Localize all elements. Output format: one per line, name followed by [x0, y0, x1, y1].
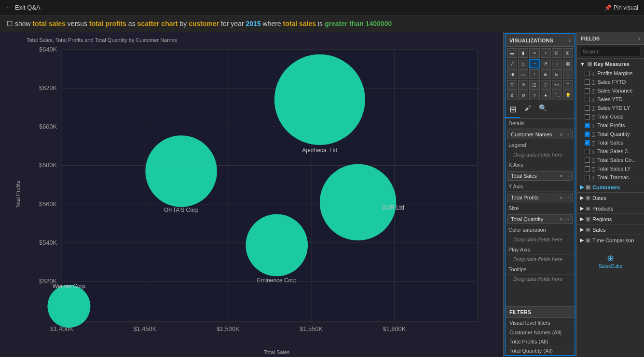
svg-text:OHTA'S Corp: OHTA'S Corp [164, 207, 199, 213]
filter-total-quantity[interactable]: Total Quantity (All) [506, 346, 575, 355]
field-customer-names[interactable]: Customer Names ✕ ⋯ [507, 130, 573, 139]
viz-stacked-col-icon[interactable]: ▪ [541, 48, 551, 58]
group-key-measures[interactable]: ▼ ▣ Key Measures [577, 59, 644, 69]
field-clear-xaxis-icon[interactable]: ✕ [559, 173, 563, 179]
fields-header: FIELDS › [577, 32, 644, 45]
group-products[interactable]: ▶ ▣ Products [577, 203, 644, 213]
viz-funnel-icon[interactable]: ▽ [507, 80, 517, 90]
pin-visual-button[interactable]: 📌 Pin visual [604, 4, 638, 11]
querybar: ☐ show total sales versus total profits … [0, 15, 644, 32]
field-total-sales-ly[interactable]: ∑ Total Sales LY [577, 164, 644, 173]
field-more-icon[interactable]: ⋯ [564, 132, 569, 137]
viz-fields-tab[interactable]: ⊞ [506, 102, 521, 118]
exit-qna-button[interactable]: ← Exit Q&A [6, 4, 41, 11]
field-profits-margins[interactable]: ∑ Profits Margins [577, 69, 644, 78]
sigma-icon10: ∑ [592, 149, 595, 154]
viz-100col-icon[interactable]: ⊞ [563, 48, 573, 58]
svg-text:$560K: $560K [39, 200, 57, 208]
field-total-profits-row[interactable]: ✓ ∑ Total Profits [577, 121, 644, 130]
field-actions-size: ✕ ⋯ [559, 217, 569, 222]
field-more-yaxis-icon[interactable]: ⋯ [564, 195, 569, 200]
viz-text-icon[interactable]: T [563, 80, 573, 90]
viz-gauge-icon[interactable]: ◑ [507, 69, 517, 79]
field-total-transac[interactable]: ∑ Total Transac... [577, 173, 644, 182]
sigma-icon6: ∑ [592, 114, 595, 119]
viz-expand-icon[interactable]: › [569, 37, 571, 44]
field-more-xaxis-icon[interactable]: ⋯ [564, 173, 569, 179]
field-sales-fytd[interactable]: ∑ Sales FYTD [577, 78, 644, 86]
group-customers[interactable]: ▶ ▣ Customers [577, 182, 644, 192]
viz-table-icon[interactable]: ⊞ [541, 69, 551, 79]
field-sales-ytd-ly[interactable]: ∑ Sales YTD LY [577, 104, 644, 112]
viz-filled-map-icon[interactable]: ◫ [529, 80, 539, 90]
field-sales-variance[interactable]: ∑ Sales Variance [577, 86, 644, 95]
field-clear-size-icon[interactable]: ✕ [559, 217, 563, 222]
filters-header: FILTERS [506, 307, 575, 318]
bubble-weimei[interactable] [47, 285, 90, 328]
viz-drill-icon[interactable]: ⚙ [518, 91, 528, 100]
field-total-quantity-row[interactable]: ✓ ∑ Total Quantity [577, 130, 644, 138]
field-total-sales-xaxis[interactable]: Total Sales ✕ ⋯ [507, 171, 573, 181]
filter-total-profits[interactable]: Total Profits (All) [506, 337, 575, 346]
viz-treemap-icon[interactable]: ▦ [563, 59, 573, 68]
bubble-eminence[interactable] [246, 214, 308, 277]
viz-100bar-icon[interactable]: ⊟ [552, 48, 562, 58]
field-total-quantity-size[interactable]: Total Quantity ✕ ⋯ [507, 214, 573, 224]
viz-qna-icon[interactable]: ? [529, 91, 539, 100]
filter-customer-names[interactable]: Customer Names (All) [506, 328, 575, 337]
field-total-sales-3[interactable]: ∑ Total Sales 3... [577, 147, 644, 156]
checkbox-sales-ytd-ly [585, 106, 590, 111]
field-clear-icon[interactable]: ✕ [559, 132, 563, 137]
svg-text:$540K: $540K [39, 239, 57, 246]
field-sales-ytd[interactable]: ∑ Sales YTD [577, 95, 644, 104]
field-more-size-icon[interactable]: ⋯ [564, 217, 569, 222]
viz-col-icon[interactable]: ▮ [518, 48, 528, 58]
svg-text:$640K: $640K [39, 46, 57, 53]
bubble-our[interactable] [320, 164, 396, 240]
field-total-sales-co[interactable]: ∑ Total Sales Co... [577, 156, 644, 164]
viz-area-icon[interactable]: △ [518, 59, 528, 68]
viz-scatter-icon[interactable]: ⋯ [529, 59, 539, 68]
viz-pie-icon[interactable]: ◔ [541, 59, 551, 68]
fields-search-input[interactable] [580, 47, 641, 56]
chart-area: Total Sales, Total Profits and Total Qua… [0, 32, 503, 357]
field-total-sales-row[interactable]: ✓ ∑ Total Sales [577, 138, 644, 147]
viz-smart-icon[interactable]: 💡 [563, 91, 573, 100]
bubble-ohtas[interactable] [145, 135, 217, 207]
topbar: ← Exit Q&A 📌 Pin visual [0, 0, 644, 15]
checkbox-total-costs [585, 114, 590, 119]
viz-bar-icon[interactable]: ▬ [507, 48, 517, 58]
group-regions[interactable]: ▶ ▣ Regions [577, 213, 644, 224]
field-total-profits-yaxis[interactable]: Total Profits ✕ ⋯ [507, 193, 573, 202]
viz-waterfall-icon[interactable]: ↕ [563, 69, 573, 79]
field-total-costs[interactable]: ∑ Total Costs [577, 112, 644, 121]
svg-text:$580K: $580K [39, 162, 57, 169]
bubble-apotheca[interactable] [274, 54, 365, 145]
field-clear-yaxis-icon[interactable]: ✕ [559, 195, 563, 200]
viz-format-tab[interactable]: 🖌 [521, 102, 535, 118]
viz-line-icon[interactable]: ╱ [507, 59, 517, 68]
viz-card-icon[interactable]: ▭ [518, 69, 528, 79]
viz-stacked-bar-icon[interactable]: ≡ [529, 48, 539, 58]
total-sales-label: Total Sales [511, 173, 537, 179]
viz-row-5: ⊻ ⚙ ? ★ ⋱ 💡 [507, 91, 573, 100]
sigma-icon12: ∑ [592, 166, 595, 172]
group-time-comparison[interactable]: ▶ ▣ Time Comparison [577, 235, 644, 245]
fields-expand-icon[interactable]: › [638, 35, 640, 42]
viz-donut-icon[interactable]: ○ [552, 59, 562, 68]
viz-shape-map-icon[interactable]: ⬡ [541, 80, 551, 90]
field-label7: Total Profits [597, 122, 625, 128]
group-sales[interactable]: ▶ ▣ Sales [577, 224, 644, 235]
sigma-icon5: ∑ [592, 106, 595, 111]
viz-slicer-icon[interactable]: ⊷ [552, 80, 562, 90]
viz-row-1: ▬ ▮ ≡ ▪ ⊟ ⊞ [507, 48, 573, 58]
viz-map-icon[interactable]: ⊕ [518, 80, 528, 90]
viz-kpi-icon[interactable]: ↑ [529, 69, 539, 79]
viz-analytics-tab[interactable]: 🔍 [535, 102, 551, 118]
group-dates[interactable]: ▶ ▣ Dates [577, 192, 644, 203]
viz-influencer-icon[interactable]: ★ [541, 91, 551, 100]
viz-matrix-icon[interactable]: ⊟ [552, 69, 562, 79]
section-details-label: Details [506, 119, 575, 129]
viz-decomp-icon[interactable]: ⋱ [552, 91, 562, 100]
viz-filter-icon[interactable]: ⊻ [507, 91, 517, 100]
